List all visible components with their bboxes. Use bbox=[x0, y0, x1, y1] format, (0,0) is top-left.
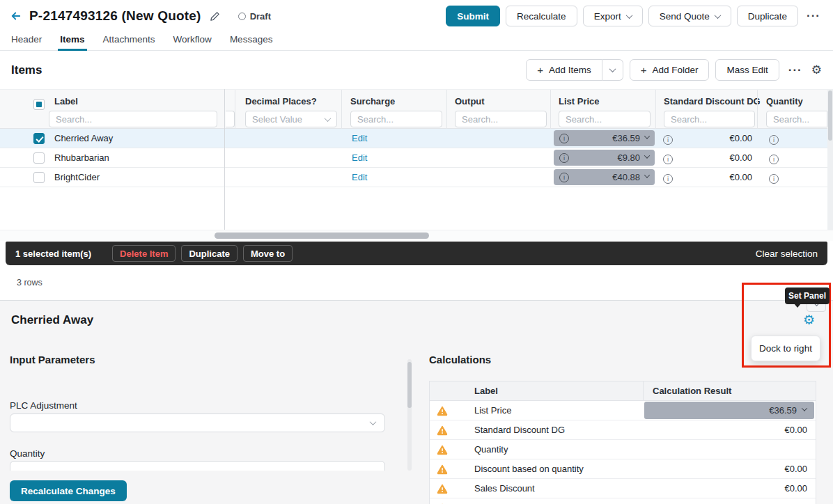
mass-edit-button[interactable]: Mass Edit bbox=[715, 59, 779, 81]
add-folder-button[interactable]: +Add Folder bbox=[630, 59, 710, 81]
info-icon[interactable]: i bbox=[663, 153, 673, 164]
info-icon[interactable]: i bbox=[769, 135, 779, 145]
move-to-button[interactable]: Move to bbox=[243, 245, 293, 262]
info-icon[interactable]: i bbox=[769, 155, 779, 164]
info-icon[interactable]: i bbox=[663, 135, 673, 145]
table-row[interactable]: Cherried AwayEditi€36.59i€0.00i bbox=[0, 129, 827, 148]
set-panel-tooltip: Set Panel bbox=[785, 288, 830, 304]
table-settings-gear-icon[interactable]: ⚙ bbox=[811, 63, 822, 77]
standard-discount-value: €0.00 bbox=[683, 148, 752, 167]
filter-label-input[interactable] bbox=[49, 111, 217, 127]
plc-adjustment-select[interactable] bbox=[10, 414, 385, 432]
filter-list-price-input[interactable] bbox=[559, 111, 651, 127]
status-label: Draft bbox=[250, 11, 271, 22]
horizontal-scrollbar-thumb[interactable] bbox=[215, 233, 429, 239]
table-row[interactable]: BrightCiderEditi€40.88i€0.00i bbox=[0, 168, 827, 187]
chevron-down-icon bbox=[714, 12, 721, 19]
surcharge-edit-link[interactable]: Edit bbox=[352, 129, 367, 148]
duplicate-item-button[interactable]: Duplicate bbox=[181, 245, 238, 262]
calc-result-dropdown[interactable]: €36.59 bbox=[644, 402, 814, 419]
tab-messages[interactable]: Messages bbox=[230, 32, 273, 50]
filter-quantity-input[interactable] bbox=[766, 111, 827, 127]
back-button[interactable] bbox=[10, 10, 22, 22]
list-price-dropdown[interactable]: i€9.80 bbox=[554, 150, 655, 166]
pinned-column-divider bbox=[224, 89, 225, 230]
item-label[interactable]: BrightCider bbox=[54, 168, 100, 187]
info-icon[interactable]: i bbox=[663, 173, 673, 184]
table-row[interactable]: RhubarbarianEditi€9.80i€0.00i bbox=[0, 148, 827, 168]
list-price-dropdown[interactable]: i€40.88 bbox=[554, 169, 655, 185]
info-icon[interactable]: i bbox=[769, 174, 779, 184]
dock-to-right-menu-item[interactable]: Dock to right bbox=[751, 336, 820, 361]
add-items-dropdown-button[interactable] bbox=[602, 59, 623, 81]
info-icon[interactable]: i bbox=[559, 153, 569, 163]
more-actions-button[interactable]: ··· bbox=[804, 9, 823, 23]
chevron-down-icon bbox=[644, 133, 650, 139]
column-header-quantity[interactable]: Quantity bbox=[766, 96, 803, 107]
column-header-decimal-places[interactable]: Decimal Places? bbox=[245, 96, 317, 107]
info-icon[interactable]: i bbox=[559, 134, 569, 143]
edit-title-button[interactable] bbox=[210, 11, 220, 22]
calc-row bbox=[430, 498, 816, 504]
calc-row: List Price€36.59 bbox=[430, 401, 816, 420]
tab-bar: HeaderItemsAttachmentsWorkflowMessages bbox=[0, 32, 833, 51]
row-checkbox[interactable] bbox=[33, 133, 45, 144]
chevron-down-icon bbox=[625, 12, 632, 19]
info-icon[interactable]: i bbox=[559, 173, 569, 182]
surcharge-edit-link[interactable]: Edit bbox=[352, 168, 367, 187]
submit-button[interactable]: Submit bbox=[446, 6, 500, 26]
page-title: P-2147493126 (New Quote) bbox=[29, 8, 201, 24]
item-label[interactable]: Cherried Away bbox=[54, 129, 113, 148]
select-all-checkbox[interactable] bbox=[33, 99, 45, 110]
recalculate-button[interactable]: Recalculate bbox=[506, 6, 577, 26]
calc-row: Sales Discount€0.00 bbox=[430, 479, 816, 498]
items-grid: Label Decimal Places? Select Value Surch… bbox=[0, 89, 833, 241]
info-icon[interactable]: i bbox=[769, 153, 779, 164]
calc-label: Quantity bbox=[474, 440, 508, 459]
info-icon[interactable]: i bbox=[769, 173, 779, 184]
list-price-dropdown[interactable]: i€36.59 bbox=[554, 130, 655, 146]
item-label[interactable]: Rhubarbarian bbox=[54, 148, 109, 167]
filter-decimal-places-select[interactable]: Select Value bbox=[245, 111, 337, 127]
add-items-button[interactable]: +Add Items bbox=[526, 59, 602, 81]
delete-item-button[interactable]: Delete Item bbox=[112, 245, 176, 262]
vertical-scrollbar-thumb[interactable] bbox=[828, 90, 832, 141]
tab-attachments[interactable]: Attachments bbox=[103, 32, 155, 50]
column-header-surcharge[interactable]: Surcharge bbox=[350, 96, 395, 107]
filter-standard-discount-input[interactable] bbox=[664, 111, 755, 127]
horizontal-scrollbar-track[interactable] bbox=[0, 230, 833, 241]
info-icon[interactable]: i bbox=[663, 155, 673, 164]
row-checkbox[interactable] bbox=[33, 172, 45, 183]
filter-output-input[interactable] bbox=[455, 111, 547, 127]
send-quote-button[interactable]: Send Quote bbox=[648, 6, 731, 26]
filter-surcharge-input[interactable] bbox=[350, 111, 442, 127]
warning-icon bbox=[437, 483, 448, 494]
info-icon[interactable]: i bbox=[769, 134, 779, 145]
calc-column-result: Calculation Result bbox=[653, 381, 731, 401]
column-header-output[interactable]: Output bbox=[455, 96, 485, 107]
detail-scrollbar-thumb[interactable] bbox=[407, 362, 412, 408]
info-icon[interactable]: i bbox=[663, 174, 673, 184]
table-more-button[interactable]: ··· bbox=[786, 63, 805, 77]
surcharge-edit-link[interactable]: Edit bbox=[352, 148, 367, 167]
info-icon[interactable]: i bbox=[663, 134, 673, 145]
row-checkbox[interactable] bbox=[33, 152, 45, 164]
chevron-down-icon bbox=[609, 65, 616, 72]
recalculate-changes-button[interactable]: Recalculate Changes bbox=[10, 480, 127, 501]
calc-result-value: €0.00 bbox=[784, 479, 807, 498]
column-header-standard-discount-dg[interactable]: Standard Discount DG bbox=[664, 96, 761, 107]
chevron-down-icon bbox=[644, 152, 650, 158]
duplicate-button[interactable]: Duplicate bbox=[737, 6, 798, 26]
clear-selection-button[interactable]: Clear selection bbox=[756, 249, 818, 259]
set-panel-gear-icon[interactable]: ⚙ bbox=[803, 313, 815, 326]
column-header-list-price[interactable]: List Price bbox=[559, 96, 600, 107]
tab-items[interactable]: Items bbox=[60, 32, 84, 50]
export-button[interactable]: Export bbox=[583, 6, 643, 26]
grid-header: Label Decimal Places? Select Value Surch… bbox=[0, 89, 827, 129]
selection-bar: 1 selected item(s) Delete Item Duplicate… bbox=[6, 242, 827, 265]
column-header-label[interactable]: Label bbox=[54, 96, 78, 107]
row-count: 3 rows bbox=[17, 278, 42, 288]
topbar: P-2147493126 (New Quote) Draft Submit Re… bbox=[0, 0, 833, 32]
tab-workflow[interactable]: Workflow bbox=[173, 32, 212, 50]
tab-header[interactable]: Header bbox=[11, 32, 42, 50]
